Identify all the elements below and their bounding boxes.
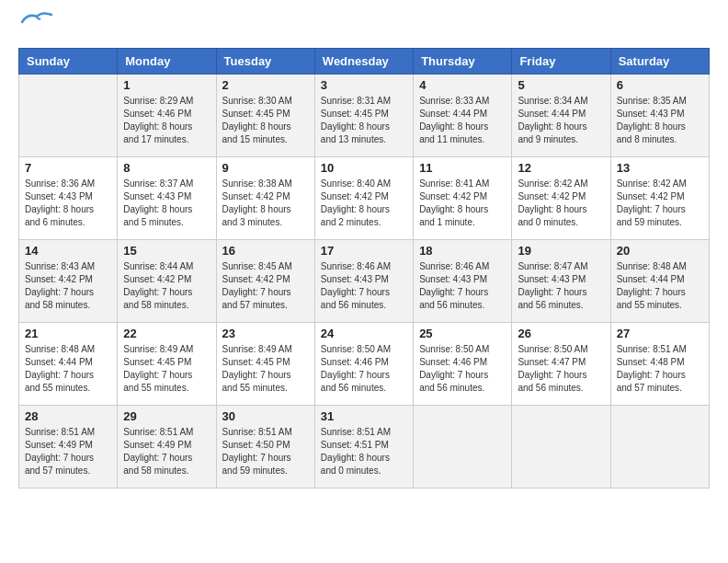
day-number: 27 (617, 327, 703, 340)
calendar-cell (414, 406, 512, 488)
day-number: 31 (321, 409, 407, 423)
day-number: 19 (518, 244, 604, 258)
calendar-cell: 9Sunrise: 8:38 AMSunset: 4:42 PMDaylight… (216, 157, 314, 240)
day-number: 14 (25, 244, 111, 258)
logo (18, 18, 53, 39)
day-number: 4 (419, 78, 506, 92)
day-number: 30 (222, 409, 309, 423)
day-number: 12 (518, 161, 604, 175)
day-number: 23 (222, 327, 309, 340)
calendar-week-row: 1Sunrise: 8:29 AMSunset: 4:46 PMDaylight… (19, 75, 710, 157)
calendar-cell: 13Sunrise: 8:42 AMSunset: 4:42 PMDayligh… (610, 157, 709, 240)
calendar-cell: 28Sunrise: 8:51 AMSunset: 4:49 PMDayligh… (19, 406, 118, 488)
day-info: Sunrise: 8:50 AMSunset: 4:46 PMDaylight:… (321, 343, 407, 395)
calendar-cell: 21Sunrise: 8:48 AMSunset: 4:44 PMDayligh… (19, 323, 118, 406)
calendar-cell: 17Sunrise: 8:46 AMSunset: 4:43 PMDayligh… (314, 240, 413, 323)
logo-bird-icon (20, 9, 53, 31)
day-header-wednesday: Wednesday (314, 49, 413, 75)
calendar-cell: 15Sunrise: 8:44 AMSunset: 4:42 PMDayligh… (118, 240, 216, 323)
day-header-friday: Friday (512, 49, 610, 75)
calendar-cell: 12Sunrise: 8:42 AMSunset: 4:42 PMDayligh… (512, 157, 610, 240)
page-header (18, 18, 710, 39)
calendar-cell: 24Sunrise: 8:50 AMSunset: 4:46 PMDayligh… (314, 323, 413, 406)
day-info: Sunrise: 8:40 AMSunset: 4:42 PMDaylight:… (321, 178, 407, 229)
day-info: Sunrise: 8:34 AMSunset: 4:44 PMDaylight:… (518, 95, 604, 146)
day-header-tuesday: Tuesday (216, 49, 314, 75)
calendar-cell: 23Sunrise: 8:49 AMSunset: 4:45 PMDayligh… (216, 323, 314, 406)
day-info: Sunrise: 8:33 AMSunset: 4:44 PMDaylight:… (419, 95, 506, 146)
calendar-cell: 14Sunrise: 8:43 AMSunset: 4:42 PMDayligh… (19, 240, 118, 323)
day-info: Sunrise: 8:46 AMSunset: 4:43 PMDaylight:… (419, 260, 506, 312)
calendar-cell: 16Sunrise: 8:45 AMSunset: 4:42 PMDayligh… (216, 240, 314, 323)
day-info: Sunrise: 8:47 AMSunset: 4:43 PMDaylight:… (518, 260, 604, 312)
day-number: 7 (25, 161, 111, 175)
day-number: 24 (321, 327, 407, 340)
day-info: Sunrise: 8:49 AMSunset: 4:45 PMDaylight:… (123, 343, 210, 395)
calendar-header-row: SundayMondayTuesdayWednesdayThursdayFrid… (19, 49, 710, 75)
day-info: Sunrise: 8:46 AMSunset: 4:43 PMDaylight:… (321, 260, 407, 312)
day-header-saturday: Saturday (610, 49, 709, 75)
day-info: Sunrise: 8:29 AMSunset: 4:46 PMDaylight:… (123, 95, 210, 146)
day-number: 21 (25, 327, 111, 340)
day-number: 13 (617, 161, 703, 175)
day-info: Sunrise: 8:51 AMSunset: 4:49 PMDaylight:… (123, 426, 210, 477)
day-number: 6 (617, 78, 703, 92)
day-header-monday: Monday (118, 49, 216, 75)
calendar-cell: 20Sunrise: 8:48 AMSunset: 4:44 PMDayligh… (610, 240, 709, 323)
calendar-cell: 19Sunrise: 8:47 AMSunset: 4:43 PMDayligh… (512, 240, 610, 323)
day-number: 29 (123, 409, 210, 423)
day-number: 2 (222, 78, 309, 92)
day-header-sunday: Sunday (19, 49, 118, 75)
day-number: 10 (321, 161, 407, 175)
day-info: Sunrise: 8:51 AMSunset: 4:50 PMDaylight:… (222, 426, 309, 477)
day-number: 3 (321, 78, 407, 92)
day-info: Sunrise: 8:50 AMSunset: 4:47 PMDaylight:… (518, 343, 604, 395)
calendar-cell (512, 406, 610, 488)
calendar-cell: 26Sunrise: 8:50 AMSunset: 4:47 PMDayligh… (512, 323, 610, 406)
day-info: Sunrise: 8:51 AMSunset: 4:51 PMDaylight:… (321, 426, 407, 477)
day-number: 18 (419, 244, 506, 258)
calendar-week-row: 7Sunrise: 8:36 AMSunset: 4:43 PMDaylight… (19, 157, 710, 240)
calendar-week-row: 14Sunrise: 8:43 AMSunset: 4:42 PMDayligh… (19, 240, 710, 323)
day-number: 26 (518, 327, 604, 340)
day-info: Sunrise: 8:51 AMSunset: 4:48 PMDaylight:… (617, 343, 703, 395)
day-number: 20 (617, 244, 703, 258)
day-info: Sunrise: 8:30 AMSunset: 4:45 PMDaylight:… (222, 95, 309, 146)
calendar-cell (19, 75, 118, 157)
calendar-cell: 27Sunrise: 8:51 AMSunset: 4:48 PMDayligh… (610, 323, 709, 406)
day-number: 1 (123, 78, 210, 92)
calendar-cell: 1Sunrise: 8:29 AMSunset: 4:46 PMDaylight… (118, 75, 216, 157)
day-number: 11 (419, 161, 506, 175)
calendar-week-row: 28Sunrise: 8:51 AMSunset: 4:49 PMDayligh… (19, 406, 710, 488)
day-number: 25 (419, 327, 506, 340)
calendar-table: SundayMondayTuesdayWednesdayThursdayFrid… (18, 48, 710, 488)
calendar-cell: 8Sunrise: 8:37 AMSunset: 4:43 PMDaylight… (118, 157, 216, 240)
calendar-cell: 5Sunrise: 8:34 AMSunset: 4:44 PMDaylight… (512, 75, 610, 157)
calendar-cell: 3Sunrise: 8:31 AMSunset: 4:45 PMDaylight… (314, 75, 413, 157)
day-number: 17 (321, 244, 407, 258)
day-number: 5 (518, 78, 604, 92)
day-info: Sunrise: 8:42 AMSunset: 4:42 PMDaylight:… (617, 178, 703, 229)
calendar-cell: 30Sunrise: 8:51 AMSunset: 4:50 PMDayligh… (216, 406, 314, 488)
calendar-cell: 7Sunrise: 8:36 AMSunset: 4:43 PMDaylight… (19, 157, 118, 240)
day-number: 22 (123, 327, 210, 340)
day-info: Sunrise: 8:43 AMSunset: 4:42 PMDaylight:… (25, 260, 111, 312)
calendar-cell: 18Sunrise: 8:46 AMSunset: 4:43 PMDayligh… (414, 240, 512, 323)
calendar-cell: 10Sunrise: 8:40 AMSunset: 4:42 PMDayligh… (314, 157, 413, 240)
calendar-cell: 6Sunrise: 8:35 AMSunset: 4:43 PMDaylight… (610, 75, 709, 157)
day-info: Sunrise: 8:37 AMSunset: 4:43 PMDaylight:… (123, 178, 210, 229)
day-info: Sunrise: 8:48 AMSunset: 4:44 PMDaylight:… (25, 343, 111, 395)
day-info: Sunrise: 8:31 AMSunset: 4:45 PMDaylight:… (321, 95, 407, 146)
calendar-cell: 2Sunrise: 8:30 AMSunset: 4:45 PMDaylight… (216, 75, 314, 157)
calendar-cell: 31Sunrise: 8:51 AMSunset: 4:51 PMDayligh… (314, 406, 413, 488)
day-number: 8 (123, 161, 210, 175)
calendar-cell: 29Sunrise: 8:51 AMSunset: 4:49 PMDayligh… (118, 406, 216, 488)
day-info: Sunrise: 8:48 AMSunset: 4:44 PMDaylight:… (617, 260, 703, 312)
day-info: Sunrise: 8:35 AMSunset: 4:43 PMDaylight:… (617, 95, 703, 146)
day-number: 15 (123, 244, 210, 258)
day-info: Sunrise: 8:36 AMSunset: 4:43 PMDaylight:… (25, 178, 111, 229)
calendar-cell (610, 406, 709, 488)
day-info: Sunrise: 8:51 AMSunset: 4:49 PMDaylight:… (25, 426, 111, 477)
calendar-cell: 4Sunrise: 8:33 AMSunset: 4:44 PMDaylight… (414, 75, 512, 157)
day-info: Sunrise: 8:41 AMSunset: 4:42 PMDaylight:… (419, 178, 506, 229)
